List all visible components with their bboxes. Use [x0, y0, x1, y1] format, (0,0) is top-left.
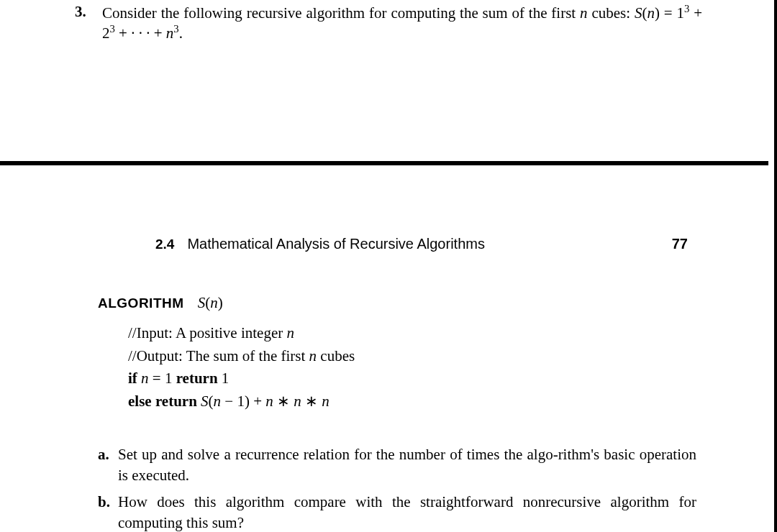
- formula-S: S: [635, 4, 642, 22]
- else-star2: ∗: [301, 393, 322, 410]
- algorithm-heading: ALGORITHM S(n): [98, 294, 696, 312]
- subpart-a-label: a.: [98, 444, 109, 465]
- else-n3: n: [322, 393, 330, 410]
- cubes-word: cubes:: [588, 4, 635, 22]
- algorithm-name-n: n: [210, 294, 218, 311]
- page-header: 2.4 Mathematical Analysis of Recursive A…: [72, 236, 696, 252]
- subpart-b: b. How does this algorithm compare with …: [98, 492, 696, 532]
- input-prefix: //Input: A positive integer: [128, 324, 286, 341]
- else-star1: ∗: [273, 393, 294, 410]
- top-section: 3. Consider the following recursive algo…: [0, 0, 774, 44]
- formula-period: .: [179, 24, 183, 42]
- if-eq: = 1: [149, 370, 176, 387]
- formula-eq-1: ) = 1: [655, 4, 684, 22]
- problem-text: Consider the following recursive algorit…: [102, 3, 702, 44]
- else-arg-n: n: [214, 393, 222, 410]
- algorithm-label: ALGORITHM: [98, 295, 184, 311]
- else-n1: n: [265, 393, 273, 410]
- formula-n: n: [647, 4, 655, 22]
- else-minus: − 1) +: [221, 393, 265, 410]
- algo-input-line: //Input: A positive integer n: [128, 322, 696, 345]
- bottom-section: 2.4 Mathematical Analysis of Recursive A…: [0, 236, 768, 532]
- return-keyword-1: return: [176, 370, 218, 387]
- section-number: 2.4: [155, 237, 174, 252]
- page-break-rule: [0, 161, 768, 165]
- exp-3c: 3: [173, 23, 178, 35]
- output-prefix: //Output: The sum of the first: [128, 347, 309, 364]
- subpart-a: a. Set up and solve a recurrence relatio…: [98, 444, 696, 486]
- else-S: S: [201, 393, 209, 410]
- algorithm-block: ALGORITHM S(n) //Input: A positive integ…: [72, 294, 696, 413]
- subpart-b-label: b.: [98, 492, 110, 513]
- algo-if-line: if n = 1 return 1: [128, 367, 696, 390]
- if-n: n: [141, 370, 149, 387]
- else-return-keyword: else return: [128, 393, 201, 410]
- return-1: 1: [218, 370, 230, 387]
- exp-3b: 3: [110, 23, 115, 35]
- formula-n2: n: [166, 24, 174, 42]
- output-suffix: cubes: [317, 347, 355, 364]
- page-number: 77: [672, 236, 688, 252]
- if-keyword: if: [128, 370, 141, 387]
- problem-number: 3.: [75, 3, 86, 21]
- else-n2: n: [294, 393, 301, 410]
- algorithm-body: //Input: A positive integer n //Output: …: [98, 322, 696, 413]
- section-title: Mathematical Analysis of Recursive Algor…: [187, 236, 485, 252]
- algo-else-line: else return S(n − 1) + n ∗ n ∗ n: [128, 390, 696, 413]
- subpart-b-text: How does this algorithm compare with the…: [118, 493, 696, 531]
- page: 3. Consider the following recursive algo…: [0, 0, 777, 532]
- subpart-a-text: Set up and solve a recurrence relation f…: [118, 446, 696, 484]
- problem-intro: Consider the following recursive algorit…: [102, 4, 580, 22]
- subparts: a. Set up and solve a recurrence relatio…: [72, 444, 696, 532]
- algorithm-name-S: S: [198, 294, 206, 311]
- output-n: n: [309, 347, 317, 364]
- algo-output-line: //Output: The sum of the first n cubes: [128, 345, 696, 368]
- var-n: n: [580, 4, 588, 22]
- header-left: 2.4 Mathematical Analysis of Recursive A…: [155, 236, 485, 252]
- input-n: n: [286, 324, 294, 341]
- plus-dots: + · · · +: [115, 24, 166, 42]
